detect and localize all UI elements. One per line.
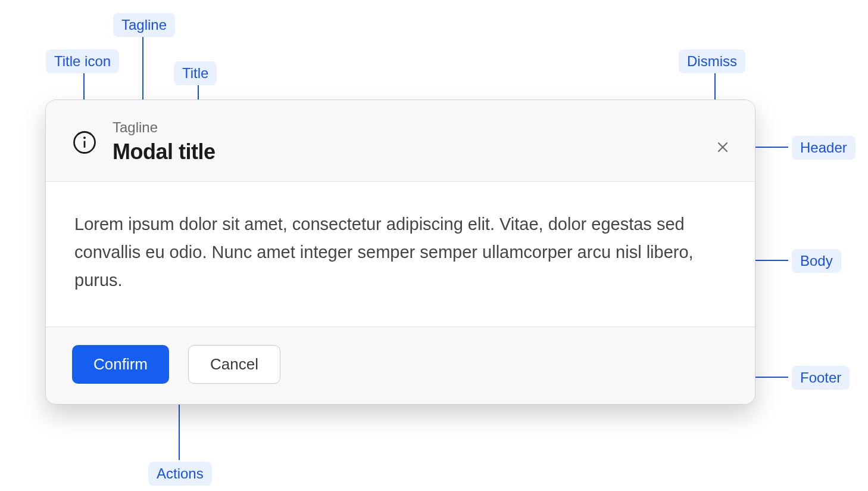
modal-body: Lorem ipsum dolor sit amet, consectetur … xyxy=(46,182,755,327)
annotation-actions: Actions xyxy=(148,462,212,486)
info-icon xyxy=(72,130,97,155)
annotation-title: Title xyxy=(174,61,217,85)
modal-header: Tagline Modal title xyxy=(46,100,755,182)
cancel-button[interactable]: Cancel xyxy=(188,345,280,384)
dismiss-button[interactable] xyxy=(714,139,731,156)
annotation-body: Body xyxy=(792,249,841,273)
annotation-footer: Footer xyxy=(792,366,850,390)
annotation-dismiss: Dismiss xyxy=(679,49,745,73)
modal-tagline: Tagline xyxy=(113,119,216,136)
modal-dialog: Tagline Modal title Lorem ipsum dolor si… xyxy=(45,100,755,405)
annotation-tagline: Tagline xyxy=(113,13,175,37)
confirm-button[interactable]: Confirm xyxy=(72,345,169,384)
title-block: Tagline Modal title xyxy=(113,119,216,164)
modal-title: Modal title xyxy=(113,139,216,164)
modal-footer: Confirm Cancel xyxy=(46,327,755,404)
close-icon xyxy=(716,140,730,156)
svg-point-2 xyxy=(83,136,86,139)
modal-body-text: Lorem ipsum dolor sit amet, consectetur … xyxy=(74,210,726,294)
annotation-title-icon: Title icon xyxy=(46,49,119,73)
annotation-header: Header xyxy=(792,136,855,160)
